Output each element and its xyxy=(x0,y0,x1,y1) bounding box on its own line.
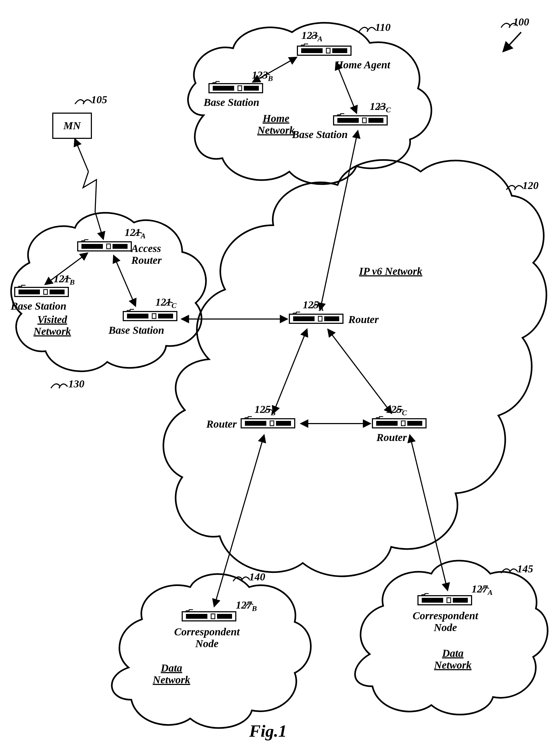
cn-a-label: CorrespondentNode xyxy=(413,610,478,633)
ref-121A: 121A xyxy=(125,227,146,240)
visited-ar-device xyxy=(78,240,131,251)
ref-127A: 127A xyxy=(472,583,493,597)
router-b-label: Router xyxy=(206,418,237,430)
ref-123A: 123A xyxy=(301,29,322,43)
data-net-145-title: DataNetwork xyxy=(434,647,472,671)
mn-label: MN xyxy=(64,120,81,132)
visited-ar-label: AccessRouter xyxy=(131,243,162,266)
ref-100: 100 xyxy=(513,16,529,28)
visited-net-title: Visited Network xyxy=(34,314,71,337)
home-bs-c-device xyxy=(333,114,387,125)
svg-line-6 xyxy=(75,139,88,172)
router-c-label: Router xyxy=(376,432,407,443)
ref-120: 120 xyxy=(522,180,539,191)
ref-121C: 121C xyxy=(155,296,177,310)
home-net-title: Home Network xyxy=(257,113,295,136)
ref-130: 130 xyxy=(68,378,84,390)
router-a-label: Router xyxy=(348,314,378,325)
router-a-device xyxy=(289,312,343,323)
svg-line-12 xyxy=(273,330,307,413)
router-b-device xyxy=(241,417,295,428)
visited-bs-c-device xyxy=(123,309,177,321)
ref-125A: 125A xyxy=(303,299,324,313)
cn-b-label: CorrespondentNode xyxy=(174,626,240,650)
svg-line-17 xyxy=(504,32,521,51)
svg-line-7 xyxy=(95,212,103,239)
svg-line-11 xyxy=(320,131,358,310)
ipv6-title: IP v6 Network xyxy=(359,265,422,277)
home-agent-label: Home Agent xyxy=(335,59,390,71)
data-cloud-145 xyxy=(355,561,548,714)
home-bs-b-device xyxy=(209,81,263,93)
ref-105: 105 xyxy=(91,94,107,106)
cn-b-device xyxy=(182,610,236,621)
ref-127B: 127B xyxy=(236,599,257,613)
ref-123B: 123B xyxy=(252,69,273,83)
ref-125B: 125B xyxy=(255,403,276,417)
ref-110: 110 xyxy=(375,21,391,33)
cn-a-device xyxy=(418,594,472,605)
ref-145: 145 xyxy=(517,563,533,575)
mn-box: MN xyxy=(52,113,92,139)
home-bs-c-label: Base Station xyxy=(292,129,348,140)
ref-121B: 121B xyxy=(54,273,75,287)
visited-bs-b-device xyxy=(15,285,68,297)
visited-bs-c-label: Base Station xyxy=(109,324,164,336)
ref-125C: 125C xyxy=(386,403,407,417)
figure-caption: Fig.1 xyxy=(249,721,287,741)
ref-140: 140 xyxy=(249,571,265,583)
ref-123C: 123C xyxy=(370,101,391,114)
data-net-140-title: DataNetwork xyxy=(153,662,190,686)
data-cloud-140 xyxy=(112,574,311,728)
home-agent-device xyxy=(297,44,351,55)
svg-line-16 xyxy=(410,436,447,590)
visited-bs-b-label: Base Station xyxy=(11,300,66,312)
home-bs-b-label: Base Station xyxy=(204,97,260,108)
svg-line-13 xyxy=(328,330,391,413)
router-c-device xyxy=(372,417,426,428)
ipv6-cloud xyxy=(164,160,547,576)
